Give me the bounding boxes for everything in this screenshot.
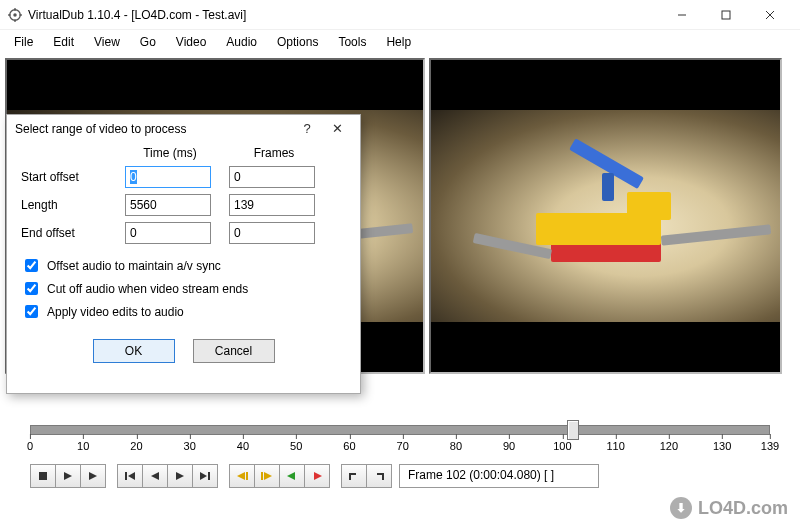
timeline-tick: 60 — [343, 440, 355, 452]
svg-marker-23 — [287, 472, 295, 480]
col-header-frames: Frames — [229, 146, 319, 160]
menu-tools[interactable]: Tools — [330, 32, 374, 52]
timeline-tick: 30 — [184, 440, 196, 452]
frame-status: Frame 102 (0:00:04.080) [ ] — [399, 464, 599, 488]
menu-go[interactable]: Go — [132, 32, 164, 52]
timeline-tick: 80 — [450, 440, 462, 452]
checkbox-apply-edits-input[interactable] — [25, 305, 38, 318]
next-drop-button[interactable] — [304, 464, 330, 488]
checkbox-apply-edits-label: Apply video edits to audio — [47, 305, 184, 319]
menu-help[interactable]: Help — [378, 32, 419, 52]
menu-video[interactable]: Video — [168, 32, 214, 52]
length-frames-input[interactable] — [229, 194, 315, 216]
prev-frame-button[interactable] — [142, 464, 168, 488]
checkbox-cut-audio[interactable]: Cut off audio when video stream ends — [21, 279, 346, 298]
checkbox-offset-audio[interactable]: Offset audio to maintain a/v sync — [21, 256, 346, 275]
prev-drop-button[interactable] — [279, 464, 305, 488]
svg-marker-24 — [314, 472, 322, 480]
timeline-tick: 0 — [27, 440, 33, 452]
timeline-tick: 139 — [761, 440, 779, 452]
svg-rect-20 — [246, 472, 248, 480]
stop-button[interactable] — [30, 464, 56, 488]
menu-options[interactable]: Options — [269, 32, 326, 52]
svg-point-1 — [13, 13, 17, 17]
start-offset-time-input[interactable] — [125, 166, 211, 188]
checkbox-cut-audio-input[interactable] — [25, 282, 38, 295]
cancel-button[interactable]: Cancel — [193, 339, 275, 363]
row-label-end: End offset — [21, 226, 111, 240]
length-time-input[interactable] — [125, 194, 211, 216]
timeline-thumb[interactable] — [567, 420, 579, 440]
next-frame-button[interactable] — [167, 464, 193, 488]
svg-marker-17 — [200, 472, 207, 480]
svg-rect-10 — [39, 472, 47, 480]
dialog-help-button[interactable]: ? — [292, 121, 322, 136]
menubar: File Edit View Go Video Audio Options To… — [0, 30, 800, 54]
dialog-title: Select range of video to process — [15, 122, 292, 136]
titlebar: VirtualDub 1.10.4 - [LO4D.com - Test.avi… — [0, 0, 800, 30]
svg-marker-22 — [264, 472, 272, 480]
end-offset-frames-input[interactable] — [229, 222, 315, 244]
menu-audio[interactable]: Audio — [218, 32, 265, 52]
menu-view[interactable]: View — [86, 32, 128, 52]
watermark-text: LO4D.com — [698, 498, 788, 519]
row-label-start: Start offset — [21, 170, 111, 184]
play-input-button[interactable] — [55, 464, 81, 488]
dialog-titlebar[interactable]: Select range of video to process ? ✕ — [7, 115, 360, 142]
timeline-tick: 40 — [237, 440, 249, 452]
control-bar: Frame 102 (0:00:04.080) [ ] — [0, 462, 800, 494]
menu-file[interactable]: File — [6, 32, 41, 52]
col-header-time: Time (ms) — [125, 146, 215, 160]
timeline-tick: 50 — [290, 440, 302, 452]
svg-marker-19 — [237, 472, 245, 480]
minimize-button[interactable] — [660, 0, 704, 30]
svg-marker-15 — [151, 472, 159, 480]
select-range-dialog: Select range of video to process ? ✕ Tim… — [6, 114, 361, 394]
checkbox-offset-audio-label: Offset audio to maintain a/v sync — [47, 259, 221, 273]
menu-edit[interactable]: Edit — [45, 32, 82, 52]
end-offset-time-input[interactable] — [125, 222, 211, 244]
output-video-pane[interactable] — [429, 58, 782, 374]
window-title: VirtualDub 1.10.4 - [LO4D.com - Test.avi… — [28, 8, 660, 22]
dialog-close-button[interactable]: ✕ — [322, 121, 352, 136]
checkbox-cut-audio-label: Cut off audio when video stream ends — [47, 282, 248, 296]
svg-marker-12 — [89, 472, 97, 480]
timeline-track[interactable] — [30, 425, 770, 435]
next-keyframe-button[interactable] — [254, 464, 280, 488]
mark-out-button[interactable] — [366, 464, 392, 488]
timeline-tick: 20 — [130, 440, 142, 452]
go-start-button[interactable] — [117, 464, 143, 488]
svg-marker-16 — [176, 472, 184, 480]
timeline-tick: 90 — [503, 440, 515, 452]
timeline-tick: 100 — [553, 440, 571, 452]
download-icon: ⬇ — [670, 497, 692, 519]
svg-rect-21 — [261, 472, 263, 480]
ok-button[interactable]: OK — [93, 339, 175, 363]
mark-in-button[interactable] — [341, 464, 367, 488]
play-output-button[interactable] — [80, 464, 106, 488]
video-frame-image — [431, 110, 780, 322]
checkbox-apply-edits[interactable]: Apply video edits to audio — [21, 302, 346, 321]
timeline-tick: 70 — [397, 440, 409, 452]
start-offset-frames-input[interactable] — [229, 166, 315, 188]
svg-marker-11 — [64, 472, 72, 480]
checkbox-offset-audio-input[interactable] — [25, 259, 38, 272]
row-label-length: Length — [21, 198, 111, 212]
prev-keyframe-button[interactable] — [229, 464, 255, 488]
timeline-track-wrap — [30, 422, 770, 438]
timeline-tick: 10 — [77, 440, 89, 452]
content-area: Select range of video to process ? ✕ Tim… — [0, 54, 800, 416]
svg-marker-14 — [128, 472, 135, 480]
maximize-button[interactable] — [704, 0, 748, 30]
close-button[interactable] — [748, 0, 792, 30]
timeline-tick: 130 — [713, 440, 731, 452]
svg-rect-7 — [722, 11, 730, 19]
timeline-area: 0102030405060708090100110120130139 — [0, 416, 800, 462]
go-end-button[interactable] — [192, 464, 218, 488]
timeline-ticks: 0102030405060708090100110120130139 — [30, 440, 770, 462]
timeline-tick: 110 — [606, 440, 624, 452]
watermark: ⬇ LO4D.com — [670, 497, 788, 519]
app-icon — [8, 8, 22, 22]
timeline-tick: 120 — [660, 440, 678, 452]
